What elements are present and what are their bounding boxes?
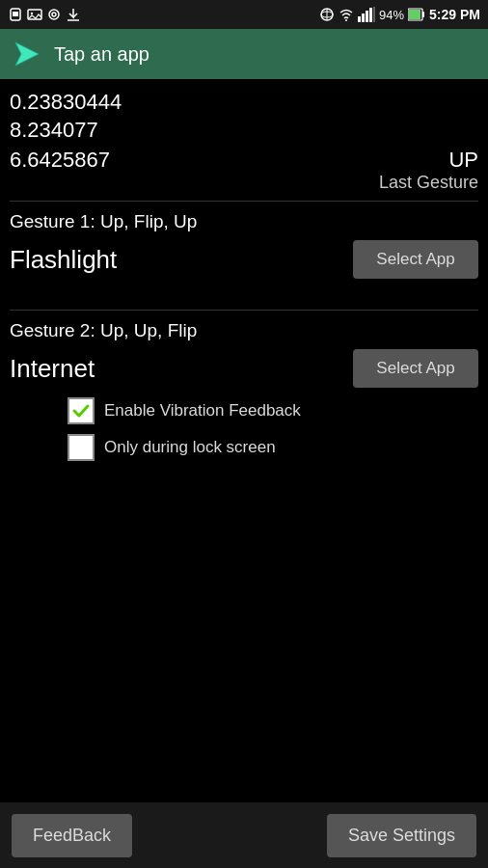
gesture1-app-name: Flashlight xyxy=(10,245,117,275)
save-settings-button[interactable]: Save Settings xyxy=(327,814,476,857)
lock-screen-label: Only during lock screen xyxy=(104,438,276,457)
main-content: 0.23830444 8.234077 6.6425867 UP Last Ge… xyxy=(0,79,488,461)
svg-rect-15 xyxy=(373,7,375,22)
svg-point-3 xyxy=(31,13,33,14)
time-display: 5:29 PM xyxy=(429,7,480,22)
gesture1-app-row: Flashlight Select App xyxy=(10,240,478,279)
vibration-feedback-row: Enable Vibration Feedback xyxy=(68,397,478,424)
gesture2-select-app-button[interactable]: Select App xyxy=(353,349,478,388)
svg-marker-19 xyxy=(15,42,39,66)
direction-up: UP xyxy=(379,148,478,173)
divider2 xyxy=(10,310,478,311)
lock-screen-row: Only during lock screen xyxy=(68,434,478,461)
gyro-icon xyxy=(319,7,335,22)
vibration-feedback-checkbox[interactable] xyxy=(68,397,95,424)
svg-point-10 xyxy=(345,19,347,21)
gesture2-title: Gesture 2: Up, Up, Flip xyxy=(10,320,478,341)
gesture2-app-name: Internet xyxy=(10,354,95,384)
svg-point-5 xyxy=(52,13,56,16)
gap1 xyxy=(10,285,478,302)
status-right: 94% 5:29 PM xyxy=(319,7,480,22)
status-bar: 94% 5:29 PM xyxy=(0,0,488,29)
checkmark-icon xyxy=(71,401,91,420)
app-header: Tap an app xyxy=(0,29,488,79)
vibration-feedback-label: Enable Vibration Feedback xyxy=(104,401,301,420)
gesture2-app-row: Internet Select App xyxy=(10,349,478,388)
sound-icon xyxy=(46,7,62,22)
status-icons xyxy=(8,7,81,22)
divider1 xyxy=(10,201,478,202)
value1: 0.23830444 xyxy=(10,89,478,117)
gesture1-select-app-button[interactable]: Select App xyxy=(353,240,478,279)
bottom-bar: FeedBack Save Settings xyxy=(0,802,488,868)
value3: 6.6425867 xyxy=(10,148,110,173)
gesture1-title: Gesture 1: Up, Flip, Up xyxy=(10,211,478,232)
header-title: Tap an app xyxy=(54,43,149,66)
tap-app-icon xyxy=(12,39,42,69)
battery-icon xyxy=(408,8,425,21)
value2: 8.234077 xyxy=(10,117,478,145)
battery-percent: 94% xyxy=(379,8,404,22)
direction-row: 6.6425867 UP Last Gesture xyxy=(10,148,478,193)
wifi-icon xyxy=(339,7,354,22)
svg-rect-11 xyxy=(358,16,361,22)
svg-point-4 xyxy=(49,10,59,19)
signal-icon xyxy=(358,7,375,22)
svg-rect-13 xyxy=(366,11,368,22)
sim-icon xyxy=(8,7,23,22)
svg-rect-18 xyxy=(422,12,424,17)
svg-rect-14 xyxy=(369,8,372,22)
svg-rect-12 xyxy=(362,14,365,22)
last-gesture-col: UP Last Gesture xyxy=(379,148,478,193)
feedback-button[interactable]: FeedBack xyxy=(12,814,132,857)
last-gesture-label: Last Gesture xyxy=(379,173,478,193)
image-icon xyxy=(27,7,42,22)
lock-screen-checkbox[interactable] xyxy=(68,434,95,461)
download-icon xyxy=(66,7,81,22)
svg-rect-1 xyxy=(13,12,18,16)
svg-rect-17 xyxy=(409,10,420,19)
